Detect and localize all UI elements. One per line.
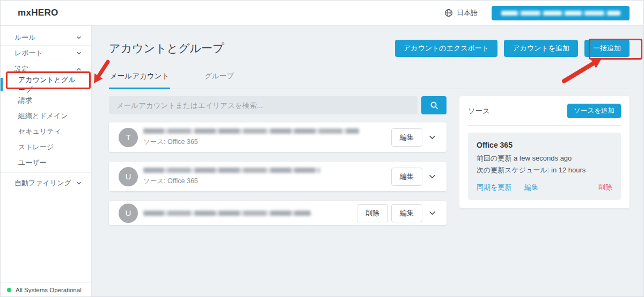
logged-in-account-button[interactable]: [492, 6, 630, 20]
avatar: U: [119, 204, 138, 223]
sidebar-item-label: アカウントとグループ: [18, 75, 82, 95]
edit-source-link[interactable]: 編集: [524, 183, 538, 192]
expand-account-button[interactable]: [426, 133, 439, 142]
source-card: Office 365 前回の更新 a few seconds ago 次の更新ス…: [468, 133, 621, 200]
sidebar-item-label: 請求: [18, 96, 32, 105]
tab-bar: メールアカウント グループ: [109, 71, 630, 89]
refresh-sync-link[interactable]: 同期を更新: [477, 183, 511, 192]
avatar: U: [119, 167, 138, 186]
tab-groups[interactable]: グループ: [203, 71, 235, 89]
app-window: mxHERO 日本語 ルール レポート: [0, 0, 644, 297]
chevron-up-icon: [76, 67, 82, 72]
source-last-update: 前回の更新 a few seconds ago: [477, 154, 612, 163]
redacted-email: [143, 168, 320, 173]
sidebar-item-label: 設定: [14, 64, 28, 74]
sources-panel: ソース ソースを追加 Office 365 前回の更新 a few second…: [459, 96, 630, 208]
expand-account-button[interactable]: [426, 208, 439, 218]
sidebar-item-label: ルール: [14, 33, 36, 42]
search-button[interactable]: [421, 96, 447, 114]
account-source: ソース: Office 365: [143, 177, 391, 186]
delete-account-button[interactable]: 削除: [357, 204, 388, 222]
expand-account-button[interactable]: [426, 172, 439, 181]
avatar: T: [119, 128, 138, 147]
language-label: 日本語: [457, 8, 478, 18]
chevron-down-icon: [76, 35, 82, 40]
edit-account-button[interactable]: 編集: [391, 168, 422, 186]
system-status: All Systems Operational: [1, 282, 91, 297]
bulk-add-button[interactable]: 一括追加: [584, 40, 630, 57]
sources-panel-title: ソース: [468, 106, 490, 116]
sidebar-item-label: ストレージ: [18, 142, 54, 152]
sidebar-item-org-and-domains[interactable]: 組織とドメイン: [1, 108, 91, 124]
panel-divider: [468, 125, 621, 126]
redacted-email: [143, 211, 311, 216]
account-source: ソース: Office 365: [143, 137, 391, 147]
sidebar-item-billing[interactable]: 請求: [1, 92, 91, 108]
main-content: アカウントとグループ アカウントのエクスポート アカウントを追加 一括追加 メー…: [92, 26, 644, 297]
sidebar-item-reports[interactable]: レポート: [1, 46, 91, 61]
chevron-down-icon: [76, 50, 82, 56]
tab-email-accounts[interactable]: メールアカウント: [109, 71, 170, 89]
account-row: U 削除 編集: [109, 201, 447, 225]
source-name: Office 365: [477, 141, 612, 149]
account-row: T ソース: Office 365 編集: [109, 122, 447, 152]
account-row: U ソース: Office 365 編集: [109, 162, 447, 191]
sidebar-item-auto-filing[interactable]: 自動ファイリング: [1, 175, 91, 191]
source-next-schedule: 次の更新スケジュール: in 12 hours: [477, 165, 612, 175]
page-title: アカウントとグループ: [109, 41, 224, 56]
status-green-dot-icon: [7, 288, 11, 292]
language-selector[interactable]: 日本語: [444, 8, 478, 18]
sidebar: ルール レポート 設定 アカウントとグループ 請求 組織とドメイン セキュリティ: [1, 26, 92, 297]
sidebar-item-label: ユーザー: [18, 158, 47, 168]
sidebar-item-label: 組織とドメイン: [18, 111, 68, 121]
chevron-down-icon: [76, 180, 82, 186]
sidebar-item-users[interactable]: ユーザー: [1, 155, 91, 170]
search-icon: [430, 101, 438, 110]
chevron-down-icon: [429, 211, 436, 215]
sidebar-item-rules[interactable]: ルール: [1, 30, 91, 46]
search-input[interactable]: [109, 96, 418, 114]
sidebar-item-security[interactable]: セキュリティ: [1, 124, 91, 139]
add-source-button[interactable]: ソースを追加: [567, 104, 621, 118]
sidebar-item-label: 自動ファイリング: [14, 178, 71, 188]
redacted-email: [143, 128, 359, 134]
redacted-account-email: [501, 11, 620, 16]
chevron-down-icon: [429, 174, 436, 179]
export-accounts-button[interactable]: アカウントのエクスポート: [395, 40, 497, 57]
status-label: All Systems Operational: [16, 287, 82, 293]
add-account-button[interactable]: アカウントを追加: [504, 40, 578, 57]
sidebar-item-accounts-and-groups[interactable]: アカウントとグループ: [1, 77, 91, 92]
top-bar: mxHERO 日本語: [1, 1, 644, 26]
sidebar-item-label: セキュリティ: [18, 127, 61, 136]
sidebar-item-label: レポート: [14, 48, 43, 58]
globe-icon: [444, 9, 453, 17]
delete-source-link[interactable]: 削除: [598, 183, 612, 192]
edit-account-button[interactable]: 編集: [391, 128, 422, 147]
app-logo: mxHERO: [18, 8, 58, 18]
sidebar-item-storage[interactable]: ストレージ: [1, 139, 91, 155]
edit-account-button[interactable]: 編集: [391, 204, 422, 222]
chevron-down-icon: [429, 135, 436, 140]
